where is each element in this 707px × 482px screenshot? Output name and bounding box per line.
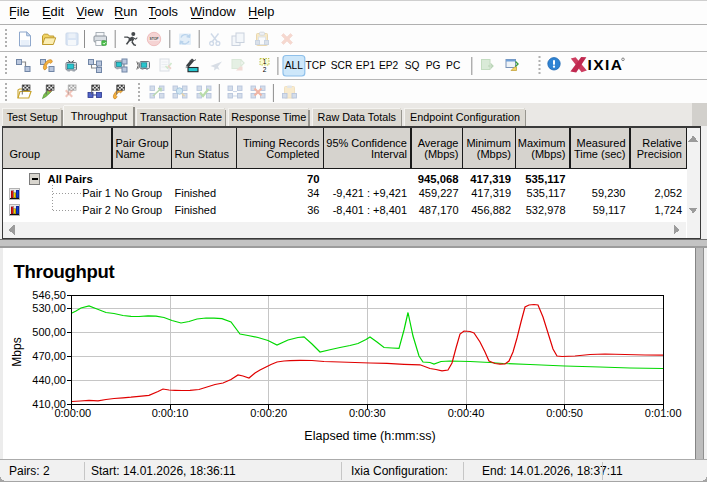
svg-text:0:00:00: 0:00:00: [54, 407, 91, 419]
svg-text:PC: PC: [446, 60, 460, 71]
svg-text:Throughput: Throughput: [14, 261, 115, 282]
svg-text:0:00:40: 0:00:40: [448, 407, 485, 419]
svg-text:36: 36: [307, 204, 319, 216]
svg-text:Relative: Relative: [642, 137, 682, 149]
svg-text:Throughput: Throughput: [71, 110, 127, 122]
svg-text:Elapsed time (h:mm:ss): Elapsed time (h:mm:ss): [304, 429, 435, 443]
svg-text:500,00: 500,00: [32, 326, 66, 338]
svg-text:470,00: 470,00: [32, 350, 66, 362]
svg-text:417,319: 417,319: [471, 187, 511, 199]
svg-text:SQ: SQ: [405, 60, 420, 71]
svg-text:EP1: EP1: [356, 60, 376, 71]
svg-text:SCR: SCR: [331, 60, 353, 71]
svg-text:No Group: No Group: [115, 187, 163, 199]
svg-text:(Mbps): (Mbps): [424, 148, 458, 160]
svg-text:ALL: ALL: [285, 60, 303, 71]
svg-text:70: 70: [307, 173, 320, 185]
svg-text:Mbps: Mbps: [10, 337, 24, 366]
svg-text:Response Time: Response Time: [231, 111, 306, 123]
svg-text:End: 14.01.2026, 18:37:11: End: 14.01.2026, 18:37:11: [482, 464, 623, 478]
svg-text:Maximum: Maximum: [518, 137, 566, 149]
svg-text:34: 34: [307, 187, 319, 199]
svg-text:459,227: 459,227: [419, 187, 459, 199]
svg-text:View: View: [76, 4, 104, 19]
svg-text:Raw Data Totals: Raw Data Totals: [318, 111, 397, 123]
svg-text:2,052: 2,052: [654, 187, 682, 199]
svg-text:Transaction Rate: Transaction Rate: [140, 111, 222, 123]
svg-text:Run Status: Run Status: [175, 148, 230, 160]
svg-text:Minimum: Minimum: [466, 137, 511, 149]
svg-text:0:01:00: 0:01:00: [645, 407, 682, 419]
svg-text:Pair Group: Pair Group: [116, 137, 169, 149]
svg-text:-8,401 : +8,401: -8,401 : +8,401: [333, 204, 407, 216]
svg-text:Finished: Finished: [175, 187, 217, 199]
svg-text:Test Setup: Test Setup: [7, 111, 58, 123]
svg-text:532,978: 532,978: [526, 204, 566, 216]
svg-text:Ixia Configuration:: Ixia Configuration:: [351, 464, 448, 478]
svg-text:0:00:50: 0:00:50: [546, 407, 583, 419]
svg-text:Interval: Interval: [371, 148, 407, 160]
svg-text:File: File: [9, 4, 30, 19]
svg-text:1,724: 1,724: [654, 204, 682, 216]
svg-text:Group: Group: [10, 148, 41, 160]
svg-text:PG: PG: [426, 60, 441, 71]
svg-text:Timing Records: Timing Records: [243, 137, 320, 149]
svg-text:All Pairs: All Pairs: [48, 173, 93, 185]
svg-text:Precision: Precision: [637, 148, 682, 160]
svg-text:Average: Average: [418, 137, 459, 149]
svg-text:Pair 2: Pair 2: [82, 204, 111, 216]
svg-text:Completed: Completed: [266, 148, 319, 160]
svg-text:No Group: No Group: [115, 204, 163, 216]
svg-text:440,00: 440,00: [32, 374, 66, 386]
svg-text:IXIA: IXIA: [588, 56, 624, 73]
svg-text:(Mbps): (Mbps): [531, 148, 565, 160]
svg-text:535,117: 535,117: [525, 173, 565, 185]
svg-text:945,068: 945,068: [418, 173, 459, 185]
svg-text:Measured: Measured: [577, 137, 626, 149]
svg-text:Name: Name: [116, 148, 145, 160]
svg-text:-9,421 : +9,421: -9,421 : +9,421: [333, 187, 407, 199]
svg-text:Start: 14.01.2026, 18:36:11: Start: 14.01.2026, 18:36:11: [91, 464, 236, 478]
svg-text:0:00:10: 0:00:10: [152, 407, 189, 419]
svg-text:530,00: 530,00: [32, 302, 66, 314]
svg-text:546,50: 546,50: [32, 289, 66, 301]
svg-text:59,230: 59,230: [592, 187, 626, 199]
svg-text:TCP: TCP: [306, 60, 327, 71]
svg-text:Pair 1: Pair 1: [82, 187, 111, 199]
svg-text:417,319: 417,319: [470, 173, 511, 185]
svg-text:EP2: EP2: [379, 60, 399, 71]
svg-text:535,117: 535,117: [527, 187, 566, 199]
svg-text:Time (sec): Time (sec): [574, 148, 626, 160]
svg-text:487,170: 487,170: [419, 204, 459, 216]
svg-text:Run: Run: [114, 4, 137, 19]
svg-text:Endpoint Configuration: Endpoint Configuration: [410, 111, 520, 123]
svg-text:Help: Help: [248, 4, 274, 19]
svg-text:59,117: 59,117: [593, 204, 626, 216]
svg-text:456,882: 456,882: [471, 204, 511, 216]
svg-text:95% Confidence: 95% Confidence: [326, 137, 407, 149]
svg-text:Tools: Tools: [148, 4, 178, 19]
svg-text:Window: Window: [190, 4, 236, 19]
svg-text:0:00:20: 0:00:20: [250, 407, 287, 419]
svg-text:Pairs: 2: Pairs: 2: [9, 464, 50, 478]
svg-text:0:00:30: 0:00:30: [349, 407, 386, 419]
svg-text:Finished: Finished: [175, 204, 217, 216]
svg-text:(Mbps): (Mbps): [477, 148, 511, 160]
svg-text:Edit: Edit: [42, 4, 64, 19]
